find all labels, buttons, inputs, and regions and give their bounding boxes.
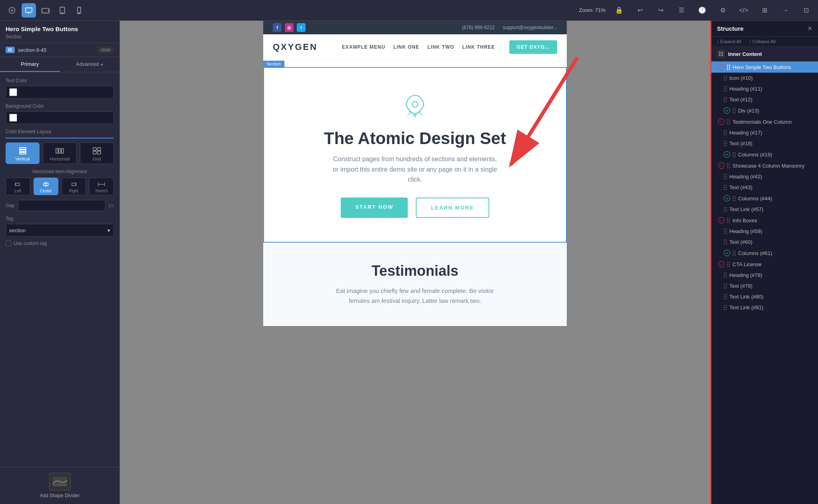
tag-select[interactable]: section ▾ (6, 224, 114, 237)
tab-primary[interactable]: Primary (0, 57, 60, 72)
nav-link-three[interactable]: LINK THREE (462, 44, 495, 50)
expand-all-button[interactable]: ↓ Expand All (717, 39, 741, 44)
drag-handle-columns19[interactable] (733, 152, 736, 157)
tab-advanced[interactable]: Advanced ● (60, 57, 120, 72)
drag-handle-heading78[interactable] (724, 273, 727, 278)
collapse-testimonials-button[interactable]: − (718, 119, 725, 125)
drag-handle-text43[interactable] (724, 185, 727, 190)
drag-handle-showcase[interactable] (727, 163, 730, 168)
drag-handle-heading59[interactable] (724, 229, 727, 234)
history-button[interactable]: 🕐 (695, 3, 709, 18)
drag-handle-columns61[interactable] (733, 251, 736, 256)
structure-item-columns19[interactable]: + Columns (#19) (711, 149, 818, 160)
structure-item-showcase[interactable]: − Showcase 4 Column Mansonry (711, 160, 818, 171)
lock-button[interactable]: 🔒 (612, 3, 626, 18)
add-element-button[interactable] (5, 3, 19, 18)
desktop-view-button[interactable] (22, 3, 36, 18)
align-center-button[interactable]: Center (34, 178, 58, 195)
drag-handle-textlink81[interactable] (724, 305, 727, 310)
nav-link-two[interactable]: LINK TWO (427, 44, 454, 50)
layout-grid-button[interactable]: Grid (80, 142, 114, 164)
structure-item-infoboxes[interactable]: − Info Boxes (711, 215, 818, 226)
text-color-input[interactable] (6, 86, 114, 99)
structure-close-button[interactable]: ✕ (807, 25, 812, 32)
collapse-hero-button[interactable]: − (718, 64, 725, 70)
align-right-button[interactable]: Right (62, 178, 86, 195)
structure-item-text12[interactable]: Text (#12) (711, 94, 818, 105)
undo-button[interactable]: ↩ (633, 3, 647, 18)
collapse-all-button[interactable]: ↑ Collapse All (749, 39, 776, 44)
custom-tag-checkbox[interactable] (6, 241, 11, 246)
drag-handle-textlink57[interactable] (724, 207, 727, 212)
instagram-icon[interactable]: ◎ (285, 23, 294, 32)
drag-handle-text18[interactable] (724, 141, 727, 146)
nav-cta-button[interactable]: GET OXYG... (509, 40, 557, 54)
align-left-button[interactable]: Left (6, 178, 30, 195)
nav-link-one[interactable]: LINK ONE (393, 44, 419, 50)
settings-button[interactable]: ⚙ (716, 3, 730, 18)
code-button[interactable]: </> (737, 3, 751, 18)
structure-item-heading42[interactable]: Heading (#42) (711, 171, 818, 182)
grid-button[interactable]: ⊞ (757, 3, 772, 18)
structure-item-text18[interactable]: Text (#18) (711, 138, 818, 149)
drag-handle-text79[interactable] (724, 283, 727, 289)
drag-handle-ctalicense[interactable] (727, 262, 730, 267)
collapse-columns61-button[interactable]: + (724, 250, 730, 256)
collapse-div13-button[interactable]: + (724, 107, 730, 114)
layout-horizontal-button[interactable]: Horizontal (43, 142, 77, 164)
structure-item-text43[interactable]: Text (#43) (711, 182, 818, 193)
collapse-ctalicense-button[interactable]: − (718, 261, 725, 267)
structure-item-heading59[interactable]: Heading (#59) (711, 226, 818, 237)
drag-handle-icon10[interactable] (724, 75, 727, 81)
structure-item-div13[interactable]: + Div (#13) (711, 105, 818, 116)
arrow-button[interactable]: → (778, 3, 792, 18)
structure-item-icon10[interactable]: Icon (#10) (711, 73, 818, 83)
redo-button[interactable]: ↪ (653, 3, 668, 18)
twitter-icon[interactable]: t (297, 23, 306, 32)
layout-vertical-button[interactable]: Vertical (6, 142, 40, 164)
gap-input[interactable] (18, 200, 106, 211)
drag-handle-hero[interactable] (727, 65, 730, 70)
collapse-infoboxes-button[interactable]: − (718, 217, 725, 223)
structure-item-ctalicense[interactable]: − CTA License (711, 259, 818, 270)
structure-item-textlink81[interactable]: Text Link (#81) (711, 302, 818, 313)
structure-item-textlink80[interactable]: Text Link (#80) (711, 291, 818, 302)
structure-item-heading11[interactable]: Heading (#11) (711, 83, 818, 94)
drag-handle-testimonials[interactable] (727, 119, 730, 125)
collapse-showcase-button[interactable]: − (718, 162, 725, 169)
structure-item-testimonials[interactable]: − Testimonials One Column (711, 116, 818, 127)
drag-handle-heading17[interactable] (724, 130, 727, 135)
drag-handle-textlink80[interactable] (724, 294, 727, 299)
structure-item-heading17[interactable]: Heading (#17) (711, 127, 818, 138)
drag-handle-text12[interactable] (724, 97, 727, 102)
tablet-landscape-button[interactable] (38, 3, 53, 18)
phone-button[interactable] (72, 3, 86, 18)
save-button[interactable]: ⊡ (799, 3, 813, 18)
bg-color-input[interactable] (6, 111, 114, 124)
drag-handle-text60[interactable] (724, 239, 727, 245)
text-color-swatch[interactable] (9, 88, 17, 96)
hero-secondary-button[interactable]: LEARN MORE (416, 198, 489, 218)
drag-handle-div13[interactable] (733, 108, 736, 113)
structure-item-columns44[interactable]: + Columns (#44) (711, 193, 818, 204)
drag-handle-columns44[interactable] (733, 196, 736, 201)
bg-color-swatch[interactable] (9, 114, 17, 122)
add-shape-divider-button[interactable]: Add Shape Divider (0, 467, 119, 504)
structure-item-text60[interactable]: Text (#60) (711, 237, 818, 247)
structure-item-columns61[interactable]: + Columns (#61) (711, 247, 818, 259)
collapse-columns19-button[interactable]: + (724, 151, 730, 158)
hero-primary-button[interactable]: START NOW (341, 198, 408, 218)
collapse-columns44-button[interactable]: + (724, 195, 730, 202)
align-stretch-button[interactable]: Stretch (89, 178, 114, 195)
drag-handle-heading11[interactable] (724, 86, 727, 91)
structure-item-text79[interactable]: Text (#79) (711, 281, 818, 291)
state-badge[interactable]: state (97, 46, 114, 53)
facebook-icon[interactable]: f (273, 23, 282, 32)
id-value[interactable]: section-9-45 (18, 47, 94, 53)
structure-item-hero[interactable]: − Hero Simple Two Buttons (711, 61, 818, 73)
drag-handle-heading42[interactable] (724, 174, 727, 179)
menu-button[interactable]: ☰ (674, 3, 689, 18)
structure-item-heading78[interactable]: Heading (#78) (711, 270, 818, 281)
drag-handle-infoboxes[interactable] (727, 218, 730, 223)
tablet-button[interactable] (55, 3, 69, 18)
